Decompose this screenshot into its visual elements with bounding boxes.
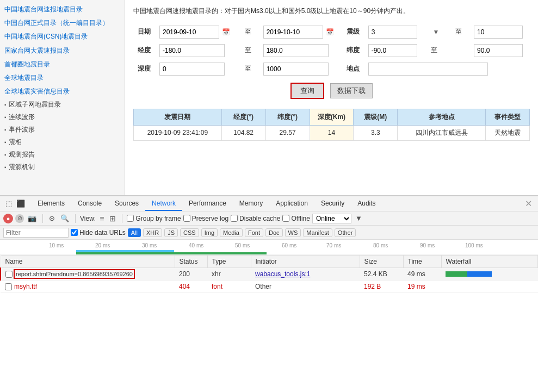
sidebar-item-link6[interactable]: 全球地震目录 [0, 71, 125, 85]
query-button[interactable]: 查询 [290, 83, 324, 99]
sidebar-item-link7[interactable]: 全球地震灾害信息目录 [0, 85, 125, 98]
sidebar-item-group3[interactable]: ▪ 事件波形 [0, 123, 125, 136]
expand-icon: ▪ [4, 114, 7, 120]
cell-lon: 104.82 [221, 125, 265, 140]
mag-from-input[interactable] [368, 26, 417, 39]
sidebar-item-group4[interactable]: ▪ 震相 [0, 136, 125, 148]
sidebar-item-link4[interactable]: 国家台网大震速报目录 [0, 44, 125, 58]
expand-icon: ▪ [4, 164, 7, 170]
separator4: ▼ [429, 28, 444, 36]
lon-from-input[interactable] [159, 44, 225, 57]
col-header-loc: 参考地点 [398, 109, 486, 125]
calendar-icon[interactable]: 📅 [222, 28, 230, 36]
lat-from-input[interactable] [368, 44, 417, 57]
separator2: 至 [243, 46, 253, 54]
date-to-input[interactable] [263, 26, 323, 39]
cell-depth: 14 [310, 125, 354, 140]
sidebar-item-group2[interactable]: ▪ 连续波形 [0, 111, 125, 123]
cell-date: 2019-10-09 23:41:09 [134, 125, 222, 140]
sidebar-item-link1[interactable]: 中国地震台网速报地震目录 [0, 3, 125, 16]
sidebar-item-group1[interactable]: ▪ 区域子网地震目录 [0, 98, 125, 111]
separator3: 至 [243, 65, 253, 72]
separator1: 至 [243, 28, 253, 35]
calendar-icon-2[interactable]: 📅 [326, 28, 334, 36]
col-header-date: 发震日期 [134, 109, 222, 125]
cell-type: 天然地震 [486, 125, 530, 140]
lat-to-input[interactable] [474, 44, 523, 57]
expand-icon: ▪ [4, 102, 7, 108]
loc-label: 地点 [342, 60, 364, 78]
sidebar-item-group5[interactable]: ▪ 观测报告 [0, 148, 125, 161]
expand-icon: ▪ [4, 139, 7, 145]
depth-to-input[interactable] [263, 63, 329, 76]
lon-to-input[interactable] [263, 44, 329, 57]
sidebar-item-group6[interactable]: ▪ 震源机制 [0, 161, 125, 173]
col-header-lat: 纬度(°) [265, 109, 310, 125]
col-header-lon: 经度(°) [221, 109, 265, 125]
date-label: 日期 [133, 23, 155, 41]
sidebar-item-link5[interactable]: 首都圈地震目录 [0, 58, 125, 71]
download-button[interactable]: 数据下载 [330, 83, 373, 98]
depth-label: 深度 [133, 60, 155, 78]
cell-mag: 3.3 [354, 125, 398, 140]
result-table: 发震日期 经度(°) 纬度(°) 深度(Km) 震级(M) 参考地点 事件类型 … [133, 109, 530, 141]
col-header-depth: 深度(Km) [310, 109, 354, 125]
date-from-input[interactable] [159, 26, 219, 39]
expand-icon: ▪ [4, 152, 7, 158]
mag-to-input[interactable] [474, 26, 523, 39]
lon-label: 经度 [133, 41, 155, 60]
sidebar-item-link2[interactable]: 中国台网正式目录（统一编目目录） [0, 16, 125, 30]
cell-lat: 29.57 [265, 125, 310, 140]
col-header-type: 事件类型 [486, 109, 530, 125]
main-content: 中国地震台网速报地震目录的：对于国内Ms3.0以上和国外5.0级以上地震在10～… [125, 0, 538, 195]
mag-label: 震级 [342, 23, 364, 41]
loc-input[interactable] [368, 63, 488, 76]
sidebar: 中国地震台网速报地震目录 中国台网正式目录（统一编目目录） 中国地震台网(CSN… [0, 0, 125, 195]
separator-lat: 至 [429, 46, 440, 54]
sidebar-item-link3[interactable]: 中国地震台网(CSN)地震目录 [0, 30, 125, 43]
lat-label: 纬度 [342, 41, 364, 60]
depth-from-input[interactable] [159, 63, 225, 76]
separator-mag: 至 [453, 28, 464, 35]
expand-icon: ▪ [4, 127, 7, 133]
description-text: 中国地震台网速报地震目录的：对于国内Ms3.0以上和国外5.0级以上地震在10～… [133, 5, 530, 17]
cell-loc: 四川内江市威远县 [398, 125, 486, 140]
search-form: 日期 📅 至 📅 震级 ▼ 至 [133, 23, 530, 103]
col-header-mag: 震级(M) [354, 109, 398, 125]
table-row[interactable]: 2019-10-09 23:41:09 104.82 29.57 14 3.3 … [134, 125, 530, 140]
